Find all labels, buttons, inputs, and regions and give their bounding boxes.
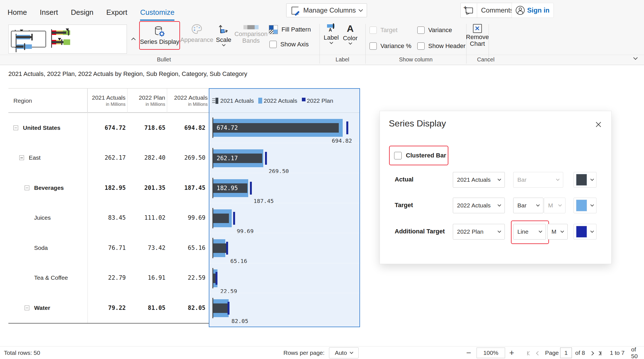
additional-target-size-select[interactable]: M (547, 224, 568, 240)
total-count-label: of 50 (631, 346, 644, 359)
add-comment-icon[interactable]: + (461, 3, 477, 18)
column-header-2022-actuals[interactable]: 2022 Actuals in Millions (167, 88, 209, 113)
menu-home[interactable]: Home (8, 8, 27, 21)
scale-icon (218, 23, 229, 35)
additional-target-series-select[interactable]: 2022 Plan (453, 224, 505, 240)
additional-target-type-select-highlighted[interactable]: Line (513, 224, 546, 240)
actual-series-select[interactable]: 2021 Actuals (453, 172, 505, 188)
manage-columns-button[interactable]: Manage Columns (286, 3, 367, 17)
cell-value: 83.45 (108, 214, 126, 221)
plan-tick-marker (233, 212, 235, 225)
table-row[interactable]: Juices83.45111.0299.69 (8, 203, 209, 233)
rows-per-page-label: Rows per page: (283, 350, 325, 356)
cell-value: 99.69 (188, 214, 205, 221)
collapse-row-icon[interactable] (19, 155, 24, 160)
target-type-select[interactable]: Bar (513, 198, 543, 213)
scale-button[interactable]: Scale (215, 23, 233, 46)
menu-export[interactable]: Export (106, 8, 127, 21)
collapse-row-icon[interactable] (25, 305, 29, 310)
legend-item-2022-actuals: 2022 Actuals (258, 97, 297, 104)
menu-customize[interactable]: Customize (140, 8, 174, 21)
row-label: Juices (34, 214, 51, 221)
actual-bar (213, 214, 229, 223)
target-checkbox: Target (370, 27, 397, 34)
menu-insert[interactable]: Insert (40, 8, 58, 21)
collapse-row-icon[interactable] (25, 185, 29, 190)
cell-value: 201.35 (144, 185, 165, 191)
zoom-out-button[interactable]: − (466, 348, 471, 358)
additional-target-row-label: Additional Target (395, 228, 445, 235)
row-label: Tea & Coffee (34, 274, 68, 281)
close-icon[interactable] (595, 121, 602, 128)
target-color-picker[interactable] (574, 198, 596, 213)
cell-value: 718.65 (144, 125, 165, 131)
show-axis-checkbox[interactable]: Show Axis (269, 41, 309, 48)
target-size-select: M (544, 198, 565, 213)
checkbox-icon[interactable] (269, 41, 277, 48)
appearance-button: Appearance (180, 23, 213, 44)
table-header: Region 2021 Actuals in Millions 2022 Pla… (8, 88, 209, 113)
chart-row: 65.16 (209, 233, 359, 263)
label-button[interactable]: A Label (322, 23, 340, 44)
gallery-thumb-2-selected[interactable] (11, 31, 46, 47)
additional-target-color-swatch (576, 226, 587, 238)
table-row[interactable]: United States674.72718.65694.82 (8, 113, 209, 143)
legend-target-icon (258, 98, 262, 104)
chart-plot-area: 674.72694.82262.17269.50182.95187.4599.6… (209, 113, 359, 323)
person-icon (516, 6, 525, 15)
cell-value: 82.05 (188, 305, 205, 311)
actual-color-swatch (576, 174, 587, 186)
table-body: United States674.72718.65694.82East262.1… (8, 113, 209, 324)
additional-target-color-picker[interactable] (574, 224, 596, 240)
column-header-2022-plan[interactable]: 2022 Plan in Millions (127, 88, 167, 113)
gallery-thumb-3[interactable] (48, 27, 82, 51)
checkbox-icon[interactable] (370, 42, 377, 50)
zoom-in-button[interactable]: + (509, 348, 514, 358)
column-header-2021-actuals[interactable]: 2021 Actuals in Millions (87, 88, 127, 113)
rows-per-page-select[interactable]: Auto (329, 347, 359, 358)
target-series-select[interactable]: 2022 Actuals (453, 198, 505, 213)
group-label-show-column: Show column (365, 56, 466, 63)
actual-bar (213, 243, 228, 253)
sign-in-button[interactable]: Sign in (512, 3, 554, 18)
remove-chart-label2: Chart (470, 40, 485, 47)
first-page-button[interactable] (527, 350, 531, 356)
column-header-region[interactable]: Region (8, 88, 87, 113)
table-row[interactable]: East262.17282.40269.50 (8, 143, 209, 173)
table-row[interactable]: Tea & Coffee22.7916.9122.59 (8, 263, 209, 293)
remove-chart-button[interactable]: Remove Chart (467, 24, 487, 47)
group-label-cancel: Cancel (466, 56, 505, 63)
clustered-bar-checkbox[interactable] (394, 152, 402, 159)
cell-value: 73.42 (148, 245, 165, 251)
label-icon: A (326, 23, 336, 33)
actual-value-label: 674.72 (217, 123, 238, 133)
fill-pattern-button[interactable]: Fill Pattern (269, 25, 311, 34)
checkbox-icon[interactable] (417, 42, 425, 50)
table-row[interactable]: Water79.2281.0582.05 (8, 293, 209, 323)
prev-page-button[interactable] (537, 350, 540, 356)
chart-row: 82.05 (209, 293, 359, 323)
series-display-button[interactable]: Series Display (139, 21, 180, 50)
collapse-ribbon-button[interactable] (129, 25, 138, 54)
variance-pct-checkbox[interactable]: Variance % (370, 42, 411, 50)
table-row[interactable]: Soda76.7173.4265.16 (8, 233, 209, 263)
collapse-row-icon[interactable] (13, 125, 18, 130)
next-page-button[interactable] (590, 350, 593, 356)
chart-column-selected[interactable]: 2021 Actuals 2022 Actuals 2022 Plan 674.… (209, 88, 360, 327)
checkbox-icon[interactable] (417, 27, 425, 34)
expand-ribbon-chevron-icon[interactable] (633, 56, 638, 60)
zoom-level-box[interactable]: 100% (477, 348, 505, 358)
chevron-down-icon (359, 8, 363, 12)
actual-color-picker[interactable] (574, 172, 596, 188)
color-button[interactable]: A Color (342, 23, 359, 44)
menu-design[interactable]: Design (71, 8, 93, 21)
last-page-button[interactable] (598, 350, 601, 356)
axis-baseline (212, 238, 213, 258)
cell-value: 674.72 (105, 125, 126, 131)
cell-value: 262.17 (105, 154, 126, 161)
page-number-input[interactable] (560, 348, 572, 358)
table-row[interactable]: Beverages182.95201.35187.45 (8, 173, 209, 203)
variance-checkbox[interactable]: Variance (417, 27, 452, 34)
database-gear-icon (153, 25, 166, 38)
show-header-checkbox[interactable]: Show Header (417, 42, 465, 50)
